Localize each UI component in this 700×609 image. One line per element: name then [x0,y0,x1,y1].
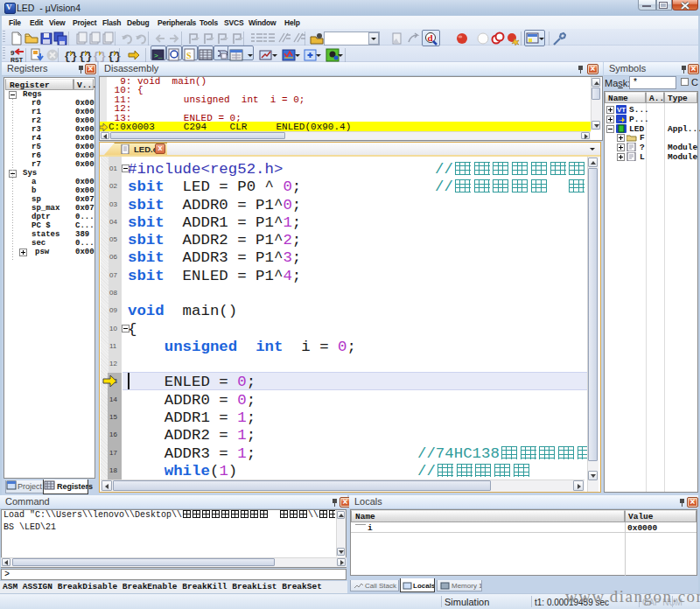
svg-text:VT: VT [617,106,626,114]
svg-text:>_: >_ [154,52,163,60]
svg-text:S: S [186,51,192,60]
svg-text:d: d [428,32,433,43]
svg-text:9: 9 [10,49,15,57]
